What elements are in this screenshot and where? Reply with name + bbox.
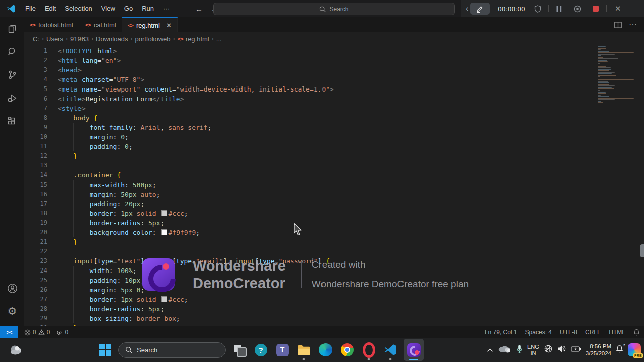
code-line[interactable]: 29 box-sizing: border-box; xyxy=(24,314,644,323)
accounts-icon[interactable] xyxy=(0,277,24,300)
eol-sequence[interactable]: CRLF xyxy=(581,329,605,336)
democreator-app[interactable] xyxy=(404,339,424,361)
code-line[interactable]: 13 xyxy=(24,161,644,170)
code-line[interactable]: 28 border-radius: 5px; xyxy=(24,304,644,314)
tab-todolist[interactable]: <> todolist.html xyxy=(24,17,79,32)
tab-close-icon[interactable]: ✕ xyxy=(166,22,172,29)
menu-selection[interactable]: Selection xyxy=(60,0,96,17)
start-button[interactable] xyxy=(97,339,114,361)
folder-icon xyxy=(297,344,311,356)
notifications-tray[interactable]: z xyxy=(616,345,623,355)
remote-indicator[interactable]: >< xyxy=(0,326,18,338)
code-line[interactable]: 22 xyxy=(24,247,644,256)
code-line[interactable]: 12 } xyxy=(24,151,644,161)
code-line[interactable]: 17 padding: 20px; xyxy=(24,199,644,209)
menu-file[interactable]: File xyxy=(21,0,40,17)
breadcrumb-item[interactable]: Users xyxy=(46,35,63,43)
menu-run[interactable]: Run xyxy=(137,0,158,17)
code-line[interactable]: 27 border: 1px solid #ccc; xyxy=(24,295,644,304)
menu-edit[interactable]: Edit xyxy=(40,0,60,17)
problems-indicator[interactable]: 0 0 xyxy=(21,329,53,336)
onedrive-tray[interactable] xyxy=(498,344,512,355)
breadcrumb-item[interactable]: C: xyxy=(33,35,39,43)
task-view-button[interactable] xyxy=(230,339,248,361)
code-line[interactable]: 4<meta charset="UTF-8"> xyxy=(24,75,644,84)
menu-view[interactable]: View xyxy=(97,0,120,17)
code-editor[interactable]: 1<!DOCTYPE html>2<html lang="en">3<head>… xyxy=(24,46,644,326)
pause-button[interactable] xyxy=(554,3,565,14)
menu-go[interactable]: Go xyxy=(120,0,137,17)
taskbar-search[interactable]: Search xyxy=(118,342,226,358)
copilot-tray[interactable]: PRE xyxy=(628,343,641,356)
weather-widget[interactable] xyxy=(8,342,23,359)
code-line[interactable]: 5<meta name="viewport" content="width=de… xyxy=(24,84,644,94)
extensions-icon[interactable] xyxy=(0,110,24,133)
back-arrow-icon[interactable]: ← xyxy=(195,5,203,13)
recorder-collapse-icon[interactable]: ‹ xyxy=(466,4,468,13)
source-control-icon[interactable] xyxy=(0,63,24,86)
code-line[interactable]: 16 margin: 50px auto; xyxy=(24,190,644,199)
opera-app[interactable] xyxy=(360,339,377,361)
breadcrumb-item-file[interactable]: reg.html xyxy=(186,35,209,43)
code-line[interactable]: 24 width: 100%; xyxy=(24,266,644,276)
code-line[interactable]: 19 border-radius: 5px; xyxy=(24,218,644,228)
clock-tray[interactable]: 8:56 PM 3/25/2024 xyxy=(586,343,611,357)
indentation[interactable]: Spaces: 4 xyxy=(521,329,556,336)
code-line[interactable]: 11 padding: 0; xyxy=(24,142,644,151)
code-line[interactable]: 15 max-width: 500px; xyxy=(24,180,644,190)
search-view-icon[interactable] xyxy=(0,40,24,63)
settings-gear-icon[interactable]: ⚙ xyxy=(0,300,24,323)
code-line[interactable]: 20 background-color: #f9f9f9; xyxy=(24,228,644,237)
menu-more[interactable]: ··· xyxy=(158,0,174,17)
language-mode[interactable]: HTML xyxy=(605,329,629,336)
command-search-box[interactable]: Search xyxy=(213,3,455,15)
network-tray[interactable] xyxy=(544,344,553,355)
battery-tray[interactable] xyxy=(571,345,581,354)
code-line[interactable]: 14 .container { xyxy=(24,170,644,180)
code-line[interactable]: 8 body { xyxy=(24,113,644,123)
run-debug-icon[interactable] xyxy=(0,86,24,110)
breadcrumb-item[interactable]: portfolioweb xyxy=(135,35,170,43)
code-line[interactable]: 7<style> xyxy=(24,104,644,113)
encoding[interactable]: UTF-8 xyxy=(556,329,581,336)
annotate-pencil-button[interactable] xyxy=(470,3,490,15)
code-line[interactable]: 10 margin: 0; xyxy=(24,132,644,142)
breadcrumb-item[interactable]: ... xyxy=(216,35,222,43)
get-help-app[interactable]: ? xyxy=(252,339,269,361)
notifications-bell[interactable] xyxy=(629,329,644,336)
split-editor-icon[interactable] xyxy=(614,21,622,29)
code-line[interactable]: 21 } xyxy=(24,237,644,247)
code-line[interactable]: 25 padding: 10px; xyxy=(24,276,644,285)
record-button[interactable] xyxy=(572,3,583,14)
tray-chevron-up[interactable] xyxy=(487,345,493,354)
file-explorer-app[interactable] xyxy=(295,339,312,361)
explorer-icon[interactable] xyxy=(0,17,24,40)
ports-indicator[interactable]: 0 xyxy=(53,329,71,336)
code-line[interactable]: 23 input[type="text"], input[type="email… xyxy=(24,256,644,266)
code-line[interactable]: 3<head> xyxy=(24,65,644,75)
vscode-app[interactable] xyxy=(382,339,399,361)
code-line[interactable]: 6<title>Registration Form</title> xyxy=(24,94,644,104)
code-line[interactable]: 2<html lang="en"> xyxy=(24,56,644,65)
minimap[interactable] xyxy=(598,46,638,104)
tab-cal[interactable]: <> cal.html xyxy=(79,17,122,32)
edge-app[interactable] xyxy=(317,339,334,361)
language-indicator[interactable]: ENGIN xyxy=(527,344,539,356)
editor-more-actions-icon[interactable]: ··· xyxy=(629,20,637,29)
recorder-close-icon[interactable]: ✕ xyxy=(615,4,621,13)
chrome-app[interactable] xyxy=(339,339,356,361)
code-line[interactable]: 1<!DOCTYPE html> xyxy=(24,46,644,56)
breadcrumb-item[interactable]: Downloads xyxy=(96,35,128,43)
code-line[interactable]: 9 font-family: Arial, sans-serif; xyxy=(24,123,644,132)
teams-app[interactable]: T xyxy=(274,339,291,361)
volume-tray[interactable] xyxy=(557,345,566,355)
democreator-panel-handle[interactable] xyxy=(640,244,644,257)
breadcrumb-item[interactable]: 91963 xyxy=(70,35,89,43)
tab-reg[interactable]: <> reg.html ✕ xyxy=(122,17,178,32)
code-line[interactable]: 18 border: 1px solid #ccc; xyxy=(24,209,644,218)
microphone-tray[interactable] xyxy=(516,344,523,356)
code-line[interactable]: 26 margin: 5px 0; xyxy=(24,285,644,295)
cursor-position[interactable]: Ln 79, Col 1 xyxy=(480,329,521,336)
marker-shield-button[interactable] xyxy=(532,3,543,14)
stop-button[interactable] xyxy=(590,3,601,14)
